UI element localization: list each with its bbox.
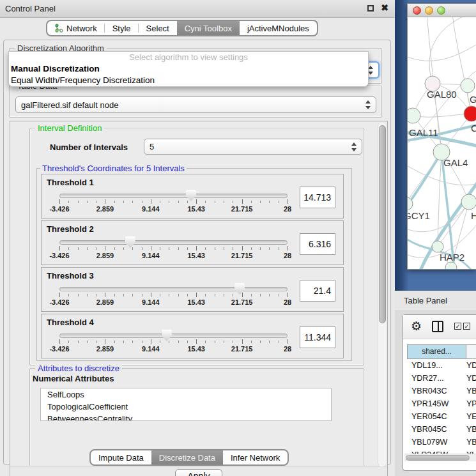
tab-label: Style	[112, 24, 131, 33]
tab-impute-data[interactable]: Impute Data	[91, 450, 151, 464]
slider-minor-ticks	[59, 247, 288, 250]
threshold-panel: Threshold 4 -3.426 2.859 9.144	[41, 314, 344, 358]
combo-value: 5	[150, 142, 154, 151]
slider-minor-ticks	[59, 294, 288, 296]
network-desktop: GAL80GACGAL11GAL4GCY1HHAP2	[395, 0, 476, 291]
algorithm-dropdown-popup: Select algorithm to view settings Manual…	[8, 51, 369, 87]
slider-thumb-icon[interactable]	[234, 283, 245, 295]
tab-infer-network[interactable]: Infer Network	[223, 450, 288, 464]
checkbox-icon[interactable]: ✓	[454, 323, 461, 330]
tab-network[interactable]: Network	[47, 21, 105, 35]
tab-jactivemnodules[interactable]: jActiveMNodules	[240, 21, 317, 35]
table-row[interactable]: YBR045CYBR0	[407, 423, 476, 436]
threshold-value-field[interactable]: 21.4	[300, 280, 335, 302]
dropdown-hint: Select algorithm to view settings	[9, 52, 368, 63]
column-header-name[interactable]: na	[466, 344, 476, 359]
axis-tick-label: -3.426	[49, 298, 69, 306]
slider-track[interactable]	[59, 287, 288, 291]
network-node[interactable]	[445, 262, 457, 269]
threshold-slider[interactable]: -3.426 2.859 9.144 15.43 21.715 28	[59, 238, 288, 263]
table-row[interactable]: YDL19...YDL1	[407, 359, 476, 372]
stepper-icon	[368, 66, 374, 75]
tab-label: Impute Data	[98, 453, 144, 463]
threshold-slider[interactable]: -3.426 2.859 9.144 15.43 21.715 28	[59, 192, 288, 216]
checkbox-icon[interactable]: ✓	[463, 323, 470, 330]
close-traffic-light-icon[interactable]	[413, 6, 421, 15]
table-data-combobox[interactable]: galFiltered.sif default node	[15, 96, 376, 113]
network-node[interactable]	[432, 241, 443, 252]
slider-thumb-icon[interactable]	[125, 236, 135, 248]
threshold-label: Threshold 4	[47, 318, 94, 327]
apply-button[interactable]: Apply	[175, 469, 222, 476]
threshold-value-field[interactable]: 14.713	[300, 187, 335, 208]
gear-icon[interactable]: ⚙	[411, 319, 422, 334]
threshold-value-field[interactable]: 11.344	[300, 326, 335, 348]
cyni-toolbox-panel: Discretization Algorithm Table Data galF…	[3, 40, 391, 465]
table-row[interactable]: YBL079WYBL0	[407, 436, 476, 449]
network-node[interactable]	[461, 194, 476, 210]
thresholds-group: Threshold's Coordinates for 5 Intervals …	[36, 168, 352, 361]
threshold-slider[interactable]: -3.426 2.859 9.144 15.43 21.715 28	[59, 332, 288, 356]
tab-cyni-toolbox[interactable]: Cyni Toolbox	[177, 21, 240, 35]
list-item[interactable]: BetweennessCentrality	[41, 413, 331, 421]
network-node[interactable]	[408, 108, 420, 123]
threshold-slider[interactable]: -3.426 2.859 9.144 15.43 21.715 28	[59, 285, 288, 309]
axis-tick-label: 21.715	[231, 298, 253, 306]
tab-style[interactable]: Style	[105, 21, 139, 35]
axis-tick-label: 28	[284, 252, 291, 259]
network-window[interactable]: GAL80GACGAL11GAL4GCY1HHAP2	[407, 3, 476, 270]
axis-tick-label: 15.43	[187, 205, 205, 213]
numerical-attributes-label: Numerical Attributes	[33, 374, 114, 383]
table-row[interactable]: YDR27...YDR2	[407, 372, 476, 385]
axis-tick-label: 9.144	[142, 252, 160, 259]
float-icon[interactable]	[367, 5, 374, 12]
list-item[interactable]: SelfLoops	[41, 388, 331, 401]
table-row[interactable]: YER054CYER0	[407, 410, 476, 423]
scrollbar-thumb[interactable]	[379, 125, 386, 323]
tab-label: Infer Network	[231, 453, 280, 463]
network-node[interactable]	[464, 106, 476, 121]
number-of-intervals-label: Number of Intervals	[50, 142, 128, 152]
table-header-row: shared... na	[407, 344, 476, 359]
control-panel: Control Panel ✖ Network Style Select	[0, 0, 395, 476]
column-header-shared-name[interactable]: shared...	[407, 344, 466, 359]
table-horizontal-scrollbar[interactable]	[404, 454, 476, 461]
number-of-intervals-combobox[interactable]: 5	[144, 139, 362, 155]
network-node-label: GAL4	[443, 157, 468, 168]
table-row[interactable]: YPR145WYPR1	[407, 397, 476, 410]
attributes-list[interactable]: SelfLoops TopologicalCoefficient Between…	[40, 388, 332, 421]
network-canvas[interactable]: GAL80GACGAL11GAL4GCY1HHAP2	[408, 17, 476, 269]
zoom-traffic-light-icon[interactable]	[437, 6, 445, 15]
axis-tick-label: 9.144	[142, 345, 160, 353]
settings-scrollbar[interactable]	[378, 123, 386, 466]
split-view-icon[interactable]	[432, 321, 443, 332]
stepper-icon	[351, 142, 357, 151]
group-label: Interval Definition	[35, 123, 104, 133]
interval-definition-group: Interval Definition Number of Intervals …	[29, 128, 364, 365]
close-icon[interactable]: ✖	[381, 3, 388, 13]
minimize-traffic-light-icon[interactable]	[425, 6, 433, 15]
tab-label: jActiveMNodules	[247, 24, 309, 33]
list-item[interactable]: TopologicalCoefficient	[41, 401, 331, 413]
network-node-label: GAL80	[427, 89, 457, 100]
threshold-value-field[interactable]: 6.316	[300, 233, 335, 255]
dropdown-option-manual-discretization[interactable]: Manual Discretization	[9, 63, 368, 75]
table-row[interactable]: YBR043CYBR0	[407, 385, 476, 397]
axis-tick-label: 2.859	[96, 252, 114, 259]
slider-track[interactable]	[59, 194, 288, 198]
network-window-titlebar	[408, 4, 476, 17]
network-node-label: C	[471, 123, 476, 134]
slider-thumb-icon[interactable]	[186, 190, 196, 201]
network-edges	[408, 17, 476, 269]
slider-track[interactable]	[59, 240, 288, 245]
scrollbar-thumb[interactable]	[406, 455, 470, 461]
axis-tick-label: 2.859	[96, 345, 114, 353]
right-region: GAL80GACGAL11GAL4GCY1HHAP2 Table Panel ⚙…	[395, 0, 476, 476]
dropdown-option-equal-width-frequency[interactable]: Equal Width/Frequency Discretization	[9, 75, 368, 86]
threshold-label: Threshold 1	[47, 178, 94, 187]
tab-select[interactable]: Select	[139, 21, 177, 35]
slider-thumb-icon[interactable]	[162, 330, 172, 341]
network-node[interactable]	[461, 79, 475, 93]
tab-discretize-data[interactable]: Discretize Data	[151, 450, 223, 464]
slider-track[interactable]	[59, 334, 288, 338]
